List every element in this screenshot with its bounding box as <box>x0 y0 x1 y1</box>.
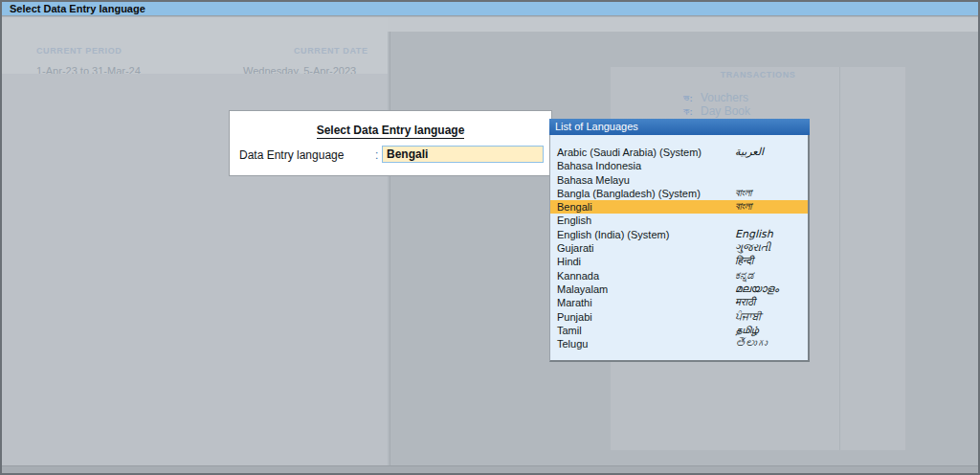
menu-item-vouchers-label: Vouchers <box>701 91 748 104</box>
current-period-label: CURRENT PERIOD <box>36 46 122 56</box>
language-list-item[interactable]: Malayalamമലയാളം <box>550 283 808 296</box>
language-name: Marathi <box>557 297 592 308</box>
language-list-item[interactable]: English (India) (System)English <box>550 228 808 241</box>
daybook-hotkey-glyph-icon: ক: <box>683 105 693 118</box>
window-title: Select Data Entry language <box>10 3 145 14</box>
language-native-script: मराठी <box>735 296 755 309</box>
language-name: Telugu <box>557 338 588 350</box>
background-menu-panel-divider <box>839 67 840 450</box>
data-entry-language-label: Data Entry language <box>239 148 344 162</box>
language-list-item[interactable]: Marathiमराठी <box>550 296 808 309</box>
language-name: Bangla (Bangladesh) (System) <box>557 188 701 199</box>
language-native-script: বাংলা <box>735 187 752 200</box>
language-native-script: বাংলা <box>735 200 752 214</box>
language-native-script: العربية <box>735 146 764 159</box>
language-list-item[interactable]: Punjabiਪੰਜਾਬੀ <box>550 310 808 324</box>
language-list-item[interactable]: Bangla (Bangladesh) (System)বাংলা <box>550 187 808 200</box>
language-name: Punjabi <box>557 311 592 323</box>
language-native-script: ಕನ್ನಡ <box>735 269 754 283</box>
language-name: Bengali <box>557 201 592 213</box>
language-list-item[interactable]: Tamilதமிழ் <box>550 324 808 337</box>
menu-item-day-book[interactable]: ক:Day Book <box>683 104 750 118</box>
app-window: Select Data Entry language CURRENT PERIO… <box>0 0 980 475</box>
window-title-bar: Select Data Entry language <box>2 2 978 16</box>
language-list-item[interactable]: Bengaliবাংলা <box>550 200 808 214</box>
language-list: Arabic (Saudi Arabia) (System)العربيةBah… <box>549 135 810 362</box>
language-native-script: English <box>735 228 773 241</box>
language-name: Hindi <box>557 256 581 267</box>
language-name: English <box>557 215 591 226</box>
language-list-item[interactable]: Bahasa Indonesia <box>550 159 808 172</box>
language-name: Malayalam <box>557 283 608 295</box>
language-list-item[interactable]: Arabic (Saudi Arabia) (System)العربية <box>550 146 808 159</box>
language-list-item[interactable]: Bahasa Melayu <box>550 173 808 187</box>
language-native-script: हिन्दी <box>735 255 753 268</box>
transactions-section-title: TRANSACTIONS <box>672 70 844 79</box>
current-values-row: 1-Apr-23 to 31-Mar-24 Wednesday, 5-Apr-2… <box>2 64 388 74</box>
data-entry-language-input[interactable] <box>382 146 544 163</box>
language-list-item[interactable]: Kannadaಕನ್ನಡ <box>550 269 808 283</box>
dialog-title: Select Data Entry language <box>230 124 551 137</box>
language-name: Gujarati <box>557 242 594 254</box>
language-name: Bahasa Melayu <box>557 174 630 186</box>
current-period-value: 1-Apr-23 to 31-Mar-24 <box>36 65 141 74</box>
menu-item-vouchers[interactable]: ভ:Vouchers <box>683 91 748 104</box>
background-status-bar <box>2 465 978 473</box>
voucher-hotkey-glyph-icon: ভ: <box>683 92 693 104</box>
select-language-dialog: Select Data Entry language Data Entry la… <box>229 110 552 176</box>
language-name: Kannada <box>557 270 599 282</box>
language-dropdown: List of Languages Arabic (Saudi Arabia) … <box>549 119 810 362</box>
language-native-script: தமிழ் <box>735 324 759 337</box>
language-list-item[interactable]: Teluguతెలుగు <box>550 337 808 351</box>
current-date-value: Wednesday, 5-Apr-2023 <box>243 65 356 74</box>
language-native-script: తెలుగు <box>735 337 767 351</box>
background-left-panel <box>2 17 388 468</box>
language-native-script: ગુજરાતી <box>735 241 770 255</box>
language-name: English (India) (System) <box>557 229 669 240</box>
language-name: Bahasa Indonesia <box>557 160 641 171</box>
field-separator: : <box>375 148 378 162</box>
current-date-label: CURRENT DATE <box>294 46 368 56</box>
language-name: Arabic (Saudi Arabia) (System) <box>557 147 702 158</box>
language-list-item[interactable]: Gujaratiગુજરાતી <box>550 241 808 255</box>
language-list-item[interactable]: Hindiहिन्दी <box>550 255 808 268</box>
language-native-script: ਪੰਜਾਬੀ <box>735 310 762 324</box>
language-dropdown-header: List of Languages <box>549 119 810 135</box>
language-native-script: മലയാളം <box>735 283 779 296</box>
language-list-item[interactable]: English <box>550 214 808 227</box>
language-name: Tamil <box>557 325 582 336</box>
background-vertical-divider <box>390 32 390 468</box>
menu-item-day-book-label: Day Book <box>701 104 750 118</box>
